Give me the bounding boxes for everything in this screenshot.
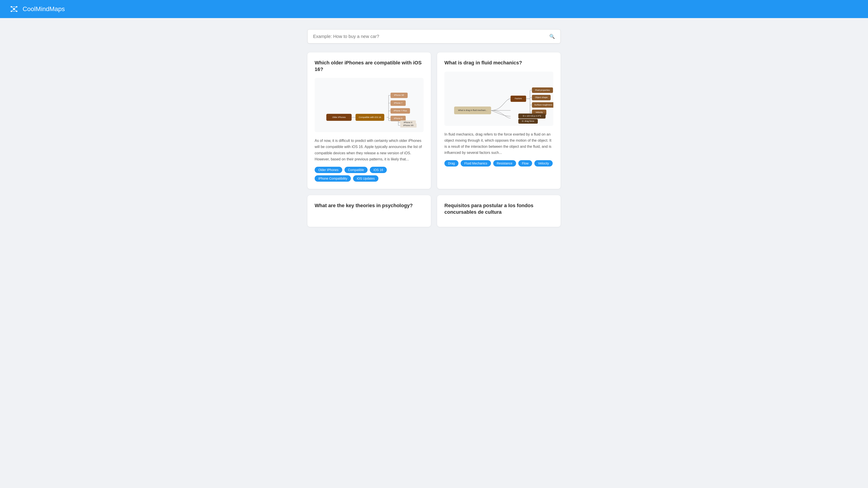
card-title-fondos: Requisitos para postular a los fondos co… [444,202,553,215]
svg-text:iPhone SE: iPhone SE [394,94,404,96]
svg-line-7 [11,9,14,11]
tag-resistance[interactable]: Resistance [493,160,516,166]
tag-drag[interactable]: Drag [444,160,458,166]
svg-line-8 [14,9,17,11]
mindmap-drag: What is drag in fluid mechani... Factors… [444,72,553,126]
tag-fluid-mechanics[interactable]: Fluid Mechanics [461,160,491,166]
svg-text:D: drag force: D: drag force [522,120,534,122]
tag-compatible[interactable]: Compatible [344,167,368,173]
card-tags-drag: Drag Fluid Mechanics Resistance Flow Vel… [444,160,553,166]
card-title-drag: What is drag in fluid mechanics? [444,60,553,66]
card-desc-iphone: As of now, it is difficult to predict wi… [315,138,424,162]
svg-line-6 [14,7,17,9]
tag-velocity[interactable]: Velocity [534,160,553,166]
card-fondos: Requisitos para postular a los fondos co… [437,195,561,227]
svg-line-5 [11,7,14,9]
svg-text:D = 1/2 Cd ρ A V^2: D = 1/2 Cd ρ A V^2 [523,115,541,117]
card-desc-drag: In fluid mechanics, drag refers to the f… [444,131,553,156]
app-title: CoolMindMaps [23,5,65,13]
app-logo-icon [9,4,19,14]
tag-flow[interactable]: Flow [518,160,532,166]
card-title-psychology: What are the key theories in psychology? [315,202,424,209]
card-title-iphone: Which older iPhones are compatible with … [315,60,424,72]
svg-text:What is drag in fluid mechani.: What is drag in fluid mechani... [458,109,487,111]
card-iphone-ios16: Which older iPhones are compatible with … [307,53,431,189]
tag-ios16[interactable]: iOS 16 [370,167,387,173]
svg-text:Factors: Factors [515,97,522,100]
svg-text:Surface roughness: Surface roughness [534,103,553,106]
svg-text:iPhone X: iPhone X [404,121,412,124]
svg-text:iPhone 7: iPhone 7 [394,102,402,104]
svg-text:iPhone XR: iPhone XR [403,124,413,127]
search-icon: 🔍 [549,34,555,39]
tag-iphone-compatibility[interactable]: IPhone Compatibility [315,175,351,182]
svg-text:iPhone 8: iPhone 8 [394,117,402,120]
search-box: 🔍 [307,29,561,43]
svg-text:Object shape: Object shape [535,96,548,98]
search-input[interactable] [313,34,549,39]
svg-text:Compatible with iOS 16: Compatible with iOS 16 [359,116,381,119]
svg-text:Fluid properties: Fluid properties [535,89,550,91]
svg-text:Older iPhones: Older iPhones [332,116,346,119]
tag-ios-updates[interactable]: iOS Updates [353,175,378,182]
app-header: CoolMindMaps [0,0,868,18]
svg-text:iPhone 7 Plus: iPhone 7 Plus [394,109,407,112]
card-drag-fluid: What is drag in fluid mechanics? What is… [437,53,561,189]
search-container: 🔍 [298,29,569,43]
svg-text:Velocity: Velocity [535,111,543,113]
mindmap-iphone: Older iPhones Compatible with iOS 16 iPh… [315,78,424,132]
card-psychology: What are the key theories in psychology? [307,195,431,227]
card-tags-iphone: Older IPhones Compatible iOS 16 IPhone C… [315,167,424,182]
tag-older-iphones[interactable]: Older IPhones [315,167,342,173]
cards-grid: Which older iPhones are compatible with … [298,53,569,240]
